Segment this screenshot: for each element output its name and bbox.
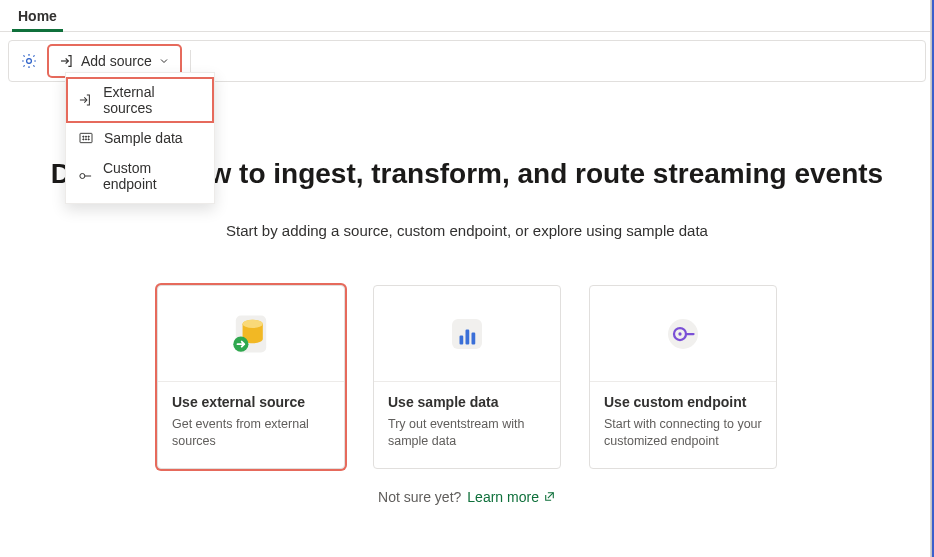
- tab-strip: Home: [0, 0, 934, 32]
- add-source-label: Add source: [81, 53, 152, 69]
- card-custom-endpoint[interactable]: Use custom endpoint Start with connectin…: [589, 285, 777, 469]
- svg-point-8: [80, 174, 85, 179]
- tab-home[interactable]: Home: [8, 2, 67, 31]
- footer-line: Not sure yet? Learn more: [0, 489, 934, 505]
- card-desc: Get events from external sources: [172, 416, 330, 450]
- dropdown-item-label: Custom endpoint: [103, 160, 202, 192]
- page-subtitle: Start by adding a source, custom endpoin…: [0, 222, 934, 239]
- cards-row: Use external source Get events from exte…: [0, 285, 934, 469]
- settings-button[interactable]: [15, 47, 43, 75]
- card-icon-area: [374, 286, 560, 382]
- svg-point-6: [85, 139, 86, 140]
- external-link-icon: [543, 490, 556, 503]
- svg-point-5: [83, 139, 84, 140]
- svg-rect-16: [472, 332, 476, 344]
- card-body: Use custom endpoint Start with connectin…: [590, 382, 776, 468]
- learn-more-label: Learn more: [467, 489, 539, 505]
- toolbar-divider: [190, 50, 191, 72]
- learn-more-link[interactable]: Learn more: [467, 489, 556, 505]
- not-sure-text: Not sure yet?: [378, 489, 461, 505]
- window-edge: [930, 0, 934, 557]
- add-source-dropdown: External sources Sample data Custom endp…: [65, 72, 215, 204]
- card-icon-area: [158, 286, 344, 382]
- bar-chart-icon: [443, 310, 491, 358]
- svg-rect-14: [460, 335, 464, 344]
- svg-point-2: [83, 136, 84, 137]
- svg-point-0: [27, 59, 32, 64]
- svg-point-7: [88, 139, 89, 140]
- enter-icon: [78, 92, 93, 108]
- svg-point-3: [85, 136, 86, 137]
- card-desc: Try out eventstream with sample data: [388, 416, 546, 450]
- dropdown-item-external-sources[interactable]: External sources: [66, 77, 214, 123]
- gear-icon: [20, 52, 38, 70]
- svg-point-4: [88, 136, 89, 137]
- grid-dots-icon: [78, 130, 94, 146]
- database-arrow-icon: [224, 307, 278, 361]
- card-title: Use sample data: [388, 394, 546, 410]
- dropdown-item-label: External sources: [103, 84, 202, 116]
- card-title: Use custom endpoint: [604, 394, 762, 410]
- chevron-down-icon: [158, 55, 170, 67]
- card-body: Use external source Get events from exte…: [158, 382, 344, 468]
- card-title: Use external source: [172, 394, 330, 410]
- card-body: Use sample data Try out eventstream with…: [374, 382, 560, 468]
- dropdown-item-label: Sample data: [104, 130, 183, 146]
- dropdown-item-sample-data[interactable]: Sample data: [66, 123, 214, 153]
- enter-icon: [59, 53, 75, 69]
- endpoint-icon: [78, 168, 93, 184]
- dropdown-item-custom-endpoint[interactable]: Custom endpoint: [66, 153, 214, 199]
- card-desc: Start with connecting to your customized…: [604, 416, 762, 450]
- svg-point-11: [243, 319, 263, 327]
- card-external-source[interactable]: Use external source Get events from exte…: [157, 285, 345, 469]
- endpoint-circle-icon: [659, 310, 707, 358]
- card-icon-area: [590, 286, 776, 382]
- svg-rect-15: [466, 329, 470, 344]
- card-sample-data[interactable]: Use sample data Try out eventstream with…: [373, 285, 561, 469]
- svg-rect-1: [80, 133, 92, 142]
- svg-point-19: [678, 332, 681, 335]
